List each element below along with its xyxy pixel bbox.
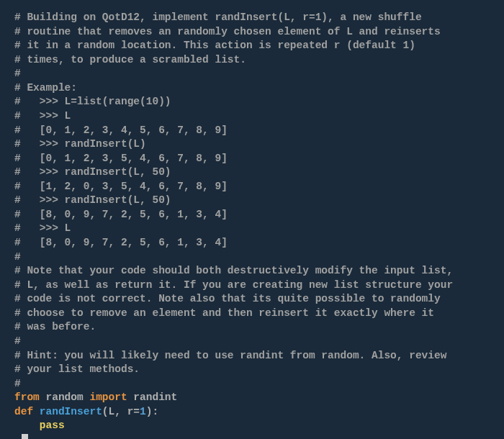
comment-line: # Building on QotD12, implement randInse… [14, 12, 422, 23]
keyword-def: def [14, 406, 40, 417]
comment-line: # >>> randInsert(L) [14, 138, 146, 150]
comment-line: # code is not correct. Note also that it… [14, 293, 441, 304]
comment-line: # Example: [14, 82, 77, 94]
comment-line: # [14, 68, 21, 79]
keyword-pass: pass [40, 420, 65, 431]
comment-line: # [14, 378, 21, 389]
keyword-from: from [14, 392, 40, 403]
comment-line: # L, as well as return it. If you are cr… [14, 279, 453, 291]
comment-line: # [14, 335, 21, 347]
text-cursor [22, 434, 28, 439]
function-signature-open: (L, r= [102, 406, 140, 417]
comment-line: # routine that removes an randomly chose… [14, 26, 441, 37]
comment-line: # >>> randInsert(L, 50) [14, 194, 171, 206]
comment-line: # >>> L [14, 110, 71, 122]
comment-line: # >>> L [14, 222, 71, 234]
keyword-import: import [89, 392, 127, 403]
default-value: 1 [140, 406, 146, 417]
comment-line: # it in a random location. This action i… [14, 40, 415, 51]
comment-line: # Note that your code should both destru… [14, 265, 453, 276]
comment-line: # [8, 0, 9, 7, 2, 5, 6, 1, 3, 4] [14, 209, 228, 220]
function-name: randInsert [40, 406, 102, 417]
comment-line: # your list methods. [14, 363, 140, 375]
module-randint: randint [127, 392, 178, 403]
comment-line: # choose to remove an element and then r… [14, 307, 434, 319]
comment-line: # Hint: you will likely need to use rand… [14, 350, 446, 361]
module-random: random [40, 392, 90, 403]
comment-line: # [1, 2, 0, 3, 5, 4, 6, 7, 8, 9] [14, 181, 228, 192]
comment-line: # [0, 1, 2, 3, 4, 5, 6, 7, 8, 9] [14, 125, 228, 136]
function-signature-close: ): [146, 406, 158, 417]
indent [14, 420, 40, 431]
comment-line: # >>> randInsert(L, 50) [14, 166, 171, 178]
comment-line: # [0, 1, 2, 3, 5, 4, 6, 7, 8, 9] [14, 153, 228, 164]
comment-line: # [14, 251, 21, 263]
comment-line: # times, to produce a scrambled list. [14, 54, 246, 65]
comment-line: # [8, 0, 9, 7, 2, 5, 6, 1, 3, 4] [14, 237, 228, 248]
code-editor[interactable]: # Building on QotD12, implement randInse… [14, 11, 490, 439]
comment-line: # >>> L=list(range(10)) [14, 96, 171, 107]
comment-line: # was before. [14, 321, 96, 332]
